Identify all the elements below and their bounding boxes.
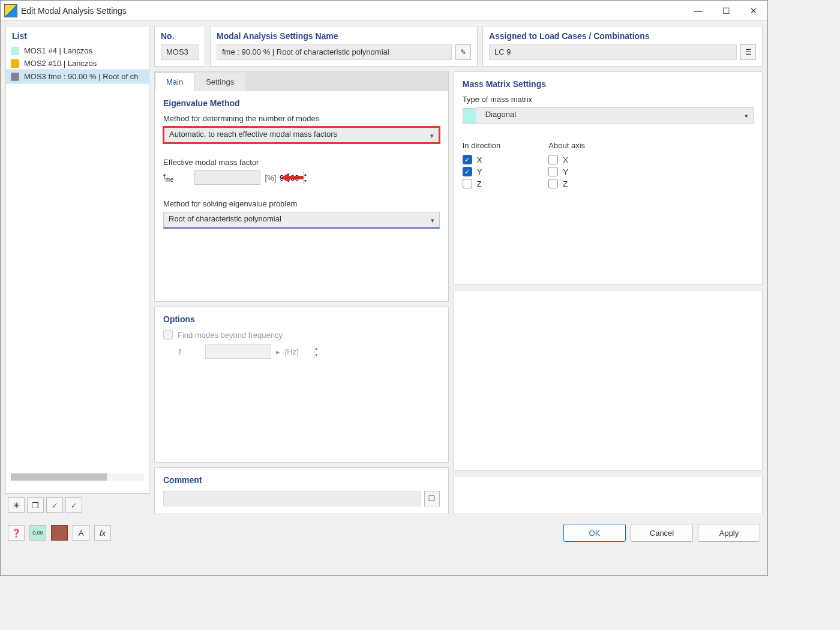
eigen-group: Eigenvalue Method Method for determining… — [155, 91, 448, 236]
options-panel: Options Find modes beyond frequency f ▲ … — [154, 307, 449, 463]
apply-button[interactable]: Apply — [698, 524, 760, 542]
axis-col: About axis X Y Z — [548, 141, 585, 191]
fme-unit: [%] — [265, 173, 277, 182]
color-swatch — [11, 47, 19, 55]
empty-panel-1 — [454, 290, 763, 471]
tabs-col-left: Main Settings Eigenvalue Method Method f… — [154, 71, 449, 514]
f-input — [206, 345, 314, 358]
font-icon: A — [79, 529, 84, 538]
dir-y-label: Y — [477, 167, 482, 176]
window-title: Edit Modal Analysis Settings — [21, 6, 685, 16]
ok-button[interactable]: OK — [563, 524, 626, 542]
tabs-row: Main Settings Eigenvalue Method Method f… — [154, 71, 763, 514]
help-button[interactable]: ❓ — [8, 525, 25, 541]
direction-col: In direction ✓X ✓Y Z — [463, 141, 501, 191]
list-item-label: MOS2 #10 | Lanczos — [24, 59, 97, 68]
axis-z-label: Z — [563, 179, 568, 188]
find-modes-checkbox[interactable] — [163, 330, 173, 340]
fme-spinner[interactable]: ▲ ▼ — [194, 170, 260, 185]
units-icon: 0,00 — [32, 530, 43, 536]
fme-label: Effective modal mass factor — [163, 158, 440, 167]
maximize-button[interactable]: ☐ — [712, 1, 740, 21]
right-panel: No. MOS3 Modal Analysis Settings Name fm… — [154, 26, 763, 514]
list-item-mos3[interactable]: MOS3 fme : 90.00 % | Root of ch — [6, 70, 149, 83]
font-button[interactable]: A — [73, 525, 89, 541]
check-icon: ✓ — [52, 501, 58, 510]
titlebar: Edit Modal Analysis Settings — ☐ ✕ — [1, 1, 767, 21]
comment-copy-button[interactable]: ❐ — [424, 491, 440, 506]
assigned-panel: Assigned to Load Cases / Combinations LC… — [482, 26, 763, 67]
footer: ❓ 0,00 A fx OK Cancel Apply — [1, 519, 767, 548]
solver-label: Method for solving eigenvalue problem — [163, 199, 440, 208]
pencil-icon: ✎ — [460, 48, 466, 56]
fx-icon: fx — [100, 529, 106, 538]
edit-name-button[interactable]: ✎ — [455, 44, 471, 60]
f-spinner: ▲ ▼ — [205, 344, 271, 359]
axis-y-label: Y — [563, 167, 568, 176]
fme-symbol: fme — [163, 172, 174, 183]
name-panel: Modal Analysis Settings Name fme : 90.00… — [210, 26, 478, 67]
list-item-mos1[interactable]: MOS1 #4 | Lanczos — [6, 44, 149, 57]
modes-method-value: Automatic, to reach effective modal mass… — [169, 130, 337, 139]
empty-panel-2 — [454, 476, 763, 514]
list-panel: List MOS1 #4 | Lanczos MOS2 #10 | Lanczo… — [5, 26, 149, 494]
dir-x-checkbox[interactable]: ✓ — [463, 155, 472, 164]
mass-title: Mass Matrix Settings — [463, 79, 754, 89]
fx-button[interactable]: fx — [94, 525, 111, 541]
no-label: No. — [161, 31, 199, 41]
copy-icon: ❐ — [32, 501, 39, 510]
list-h-scrollbar[interactable] — [11, 473, 144, 481]
mass-color-swatch — [463, 108, 476, 124]
tab-settings[interactable]: Settings — [194, 73, 245, 91]
app-icon — [4, 4, 17, 17]
dir-z-label: Z — [477, 179, 482, 188]
f-symbol: f — [179, 347, 181, 356]
in-direction-label: In direction — [463, 141, 501, 150]
list-icon: ☰ — [745, 48, 752, 56]
comment-input[interactable] — [163, 491, 421, 506]
check-button-1[interactable]: ✓ — [46, 497, 63, 513]
mass-panel: Mass Matrix Settings Type of mass matrix… — [454, 71, 763, 285]
annotation-arrow — [281, 172, 306, 183]
top-fields: No. MOS3 Modal Analysis Settings Name fm… — [154, 26, 763, 67]
check-button-2[interactable]: ✓ — [65, 497, 82, 513]
eigen-title: Eigenvalue Method — [163, 98, 440, 108]
mass-type-value: Diagonal — [485, 110, 516, 119]
assigned-input[interactable]: LC 9 — [489, 44, 737, 60]
axis-y-checkbox[interactable] — [548, 167, 558, 176]
list-item-label: MOS3 fme : 90.00 % | Root of ch — [24, 72, 139, 81]
spin-up-icon: ▲ — [314, 345, 319, 352]
tabs-body: Main Settings Eigenvalue Method Method f… — [154, 71, 449, 302]
color-button[interactable] — [51, 525, 68, 541]
modes-method-select[interactable]: Automatic, to reach effective modal mass… — [163, 127, 440, 143]
solver-select[interactable]: Root of characteristic polynomial ▾ — [163, 212, 440, 229]
minimize-button[interactable]: — — [685, 1, 712, 21]
dir-z-checkbox[interactable] — [463, 179, 472, 188]
tab-main[interactable]: Main — [155, 73, 194, 91]
copy-button[interactable]: ❐ — [27, 497, 44, 513]
left-toolbar: ✳ ❐ ✓ ✓ — [5, 494, 149, 514]
close-button[interactable]: ✕ — [740, 1, 767, 21]
check-refresh-icon: ✓ — [71, 501, 77, 510]
content: List MOS1 #4 | Lanczos MOS2 #10 | Lanczo… — [1, 21, 767, 519]
units-button[interactable]: 0,00 — [29, 525, 46, 541]
new-button[interactable]: ✳ — [8, 497, 25, 513]
no-value: MOS3 — [161, 44, 199, 60]
right-col: Mass Matrix Settings Type of mass matrix… — [454, 71, 763, 514]
name-input[interactable]: fme : 90.00 % | Root of characteristic p… — [217, 44, 452, 60]
tabstrip: Main Settings — [155, 72, 448, 91]
axis-z-checkbox[interactable] — [548, 179, 558, 188]
assigned-edit-button[interactable]: ☰ — [740, 44, 756, 60]
new-icon: ✳ — [13, 501, 20, 510]
mass-type-label: Type of mass matrix — [463, 95, 754, 104]
chevron-down-icon: ▾ — [431, 217, 434, 224]
no-panel: No. MOS3 — [154, 26, 205, 67]
list-item-mos2[interactable]: MOS2 #10 | Lanczos — [6, 57, 149, 70]
axis-x-checkbox[interactable] — [548, 155, 558, 164]
color-swatch — [11, 59, 19, 68]
cancel-button[interactable]: Cancel — [631, 524, 693, 542]
chevron-down-icon: ▾ — [745, 112, 748, 120]
mass-type-select[interactable]: Diagonal ▾ — [476, 107, 754, 124]
dir-y-checkbox[interactable]: ✓ — [463, 167, 472, 176]
about-axis-label: About axis — [548, 141, 585, 150]
